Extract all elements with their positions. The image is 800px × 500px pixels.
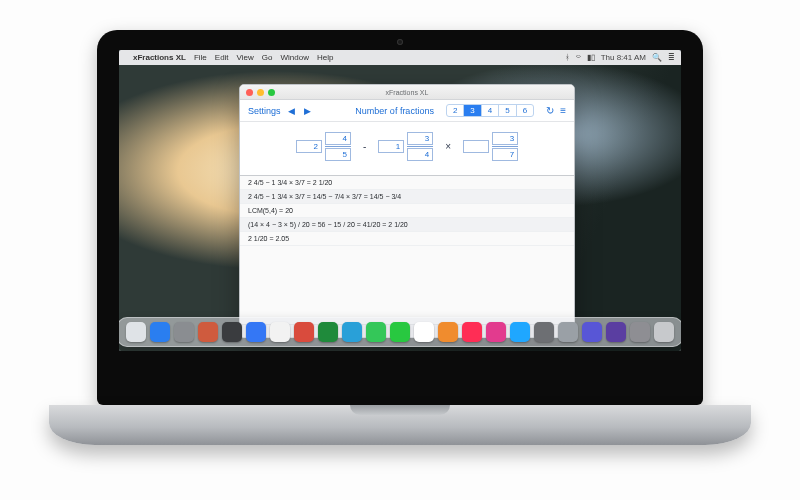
menubar-item-go[interactable]: Go bbox=[262, 50, 273, 65]
dock-app-4[interactable] bbox=[198, 322, 218, 342]
dock-app-6[interactable] bbox=[246, 322, 266, 342]
solution-step-row: (14 × 4 − 3 × 5) / 20 = 56 − 15 / 20 = 4… bbox=[240, 218, 574, 232]
solution-step-row: 2 4/5 − 1 3/4 × 3/7 = 14/5 − 7/4 × 3/7 =… bbox=[240, 190, 574, 204]
laptop-screen: xFractions XL File Edit View Go Window H… bbox=[119, 50, 681, 351]
settings-button[interactable]: Settings bbox=[248, 106, 281, 116]
notification-center-icon[interactable]: ≣ bbox=[668, 50, 675, 65]
term1-denominator-input[interactable]: 5 bbox=[325, 148, 351, 161]
dock-app-19[interactable] bbox=[558, 322, 578, 342]
battery-icon[interactable]: ▮▯ bbox=[587, 50, 595, 65]
dock-app-17[interactable] bbox=[510, 322, 530, 342]
nav-back-button[interactable]: ◀ bbox=[287, 106, 297, 116]
menubar-item-help[interactable]: Help bbox=[317, 50, 333, 65]
fraction-bar bbox=[325, 146, 351, 147]
dock-app-22[interactable] bbox=[630, 322, 650, 342]
dock-app-8[interactable] bbox=[294, 322, 314, 342]
nof-option-6[interactable]: 6 bbox=[516, 105, 533, 116]
dock-app-3[interactable] bbox=[174, 322, 194, 342]
menubar-item-view[interactable]: View bbox=[237, 50, 254, 65]
list-menu-icon[interactable]: ≡ bbox=[560, 105, 566, 116]
dock-app-10[interactable] bbox=[342, 322, 362, 342]
wifi-icon[interactable]: ⌔ bbox=[576, 50, 581, 65]
window-zoom-button[interactable] bbox=[268, 89, 275, 96]
laptop-base bbox=[49, 405, 751, 445]
nof-option-5[interactable]: 5 bbox=[498, 105, 515, 116]
spotlight-search-icon[interactable]: 🔍 bbox=[652, 50, 662, 65]
dock-app-16[interactable] bbox=[486, 322, 506, 342]
dock-app-21[interactable] bbox=[606, 322, 626, 342]
dock-app-11[interactable] bbox=[366, 322, 386, 342]
menubar-status-icons: ᚼ ⌔ ▮▯ Thu 8:41 AM 🔍 ≣ bbox=[565, 50, 675, 65]
nav-forward-button[interactable]: ▶ bbox=[303, 106, 313, 116]
menubar-item-window[interactable]: Window bbox=[280, 50, 308, 65]
dock-app-14[interactable] bbox=[438, 322, 458, 342]
solution-steps-area[interactable]: 2 4/5 − 1 3/4 × 3/7 = 2 1/20 2 4/5 − 1 3… bbox=[240, 176, 574, 324]
number-of-fractions-label: Number of fractions bbox=[355, 106, 434, 116]
laptop-bezel: xFractions XL File Edit View Go Window H… bbox=[97, 30, 703, 405]
bluetooth-icon[interactable]: ᚼ bbox=[565, 50, 570, 65]
solution-step-row: 2 4/5 − 1 3/4 × 3/7 = 2 1/20 bbox=[240, 176, 574, 190]
fraction-term-2: 1 3 4 bbox=[378, 132, 433, 161]
term1-numerator-input[interactable]: 4 bbox=[325, 132, 351, 145]
laptop-notch bbox=[350, 405, 450, 415]
dock-app-5[interactable] bbox=[222, 322, 242, 342]
refresh-icon[interactable]: ↻ bbox=[546, 105, 554, 116]
macos-dock[interactable] bbox=[119, 317, 681, 347]
solution-step-row: LCM(5,4) = 20 bbox=[240, 204, 574, 218]
term2-denominator-input[interactable]: 4 bbox=[407, 148, 433, 161]
dock-app-9[interactable] bbox=[318, 322, 338, 342]
laptop-mockup: xFractions XL File Edit View Go Window H… bbox=[97, 30, 703, 445]
dock-app-23[interactable] bbox=[654, 322, 674, 342]
app-toolbar: Settings ◀ ▶ Number of fractions 2 3 4 5… bbox=[240, 100, 574, 122]
fraction-bar bbox=[492, 146, 518, 147]
term2-numerator-input[interactable]: 3 bbox=[407, 132, 433, 145]
operator-2[interactable]: × bbox=[443, 141, 453, 152]
macos-menubar: xFractions XL File Edit View Go Window H… bbox=[119, 50, 681, 65]
term1-whole-input[interactable]: 2 bbox=[296, 140, 322, 153]
menubar-clock[interactable]: Thu 8:41 AM bbox=[601, 50, 646, 65]
dock-app-2[interactable] bbox=[150, 322, 170, 342]
term3-denominator-input[interactable]: 7 bbox=[492, 148, 518, 161]
window-minimize-button[interactable] bbox=[257, 89, 264, 96]
menubar-item-file[interactable]: File bbox=[194, 50, 207, 65]
window-close-button[interactable] bbox=[246, 89, 253, 96]
fraction-input-row: 2 4 5 - 1 3 4 bbox=[240, 122, 574, 176]
solution-step-row: 2 1/20 = 2.05 bbox=[240, 232, 574, 246]
fraction-bar bbox=[407, 146, 433, 147]
dock-app-12[interactable] bbox=[390, 322, 410, 342]
term3-whole-input[interactable] bbox=[463, 140, 489, 153]
menubar-item-edit[interactable]: Edit bbox=[215, 50, 229, 65]
dock-app-7[interactable] bbox=[270, 322, 290, 342]
camera-dot bbox=[397, 39, 403, 45]
dock-app-13[interactable] bbox=[414, 322, 434, 342]
nof-option-4[interactable]: 4 bbox=[481, 105, 498, 116]
dock-app-15[interactable] bbox=[462, 322, 482, 342]
term2-whole-input[interactable]: 1 bbox=[378, 140, 404, 153]
nof-option-3[interactable]: 3 bbox=[463, 105, 480, 116]
operator-1[interactable]: - bbox=[361, 141, 368, 152]
term3-numerator-input[interactable]: 3 bbox=[492, 132, 518, 145]
window-titlebar[interactable]: xFractions XL bbox=[240, 85, 574, 100]
dock-app-1[interactable] bbox=[126, 322, 146, 342]
app-window: xFractions XL Settings ◀ ▶ Number of fra… bbox=[239, 84, 575, 338]
dock-app-20[interactable] bbox=[582, 322, 602, 342]
fraction-term-1: 2 4 5 bbox=[296, 132, 351, 161]
dock-app-18[interactable] bbox=[534, 322, 554, 342]
nof-option-2[interactable]: 2 bbox=[447, 105, 463, 116]
fraction-term-3: 3 7 bbox=[463, 132, 518, 161]
window-title: xFractions XL bbox=[240, 89, 574, 96]
menubar-app-name[interactable]: xFractions XL bbox=[133, 50, 186, 65]
number-of-fractions-segmented[interactable]: 2 3 4 5 6 bbox=[446, 104, 534, 117]
